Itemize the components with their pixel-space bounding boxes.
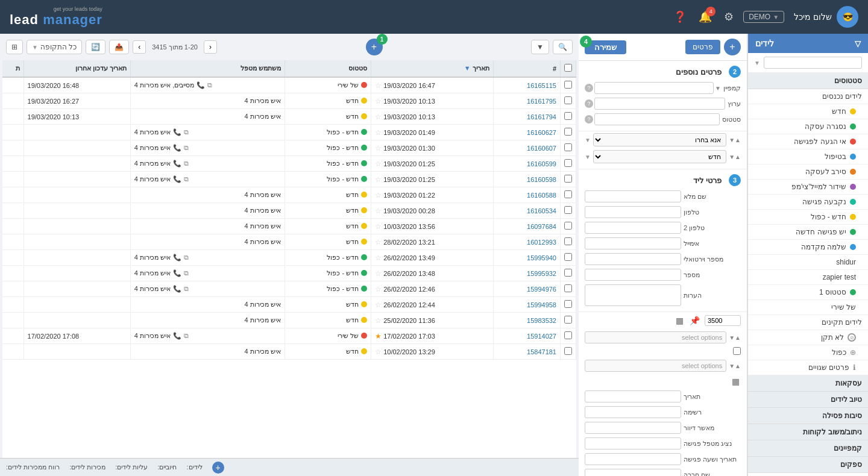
select-options-2[interactable]: select options bbox=[585, 360, 726, 372]
table-row[interactable]: 16160607☆ 19/03/2020 01:30 חדש - כפול ⧉ … bbox=[2, 140, 576, 156]
table-row[interactable]: 15847181☆ 10/02/2020 13:29 חדש איש מכירו… bbox=[2, 344, 576, 360]
leads-search-input[interactable] bbox=[764, 57, 862, 69]
col-status[interactable]: סטטוס bbox=[285, 60, 371, 77]
notes-textarea[interactable] bbox=[585, 284, 681, 306]
star-icon[interactable]: ☆ bbox=[375, 175, 382, 184]
table-row[interactable]: 16012993☆ 28/02/2020 13:21 חדש איש מכירו… bbox=[2, 234, 576, 250]
filter2-select[interactable]: חדש bbox=[593, 150, 726, 163]
col-handler[interactable]: משתמש מטפל bbox=[130, 60, 285, 77]
phone-icon[interactable]: 📞 bbox=[173, 160, 181, 168]
select-all-checkbox[interactable] bbox=[564, 64, 572, 72]
status-info[interactable]: ? bbox=[585, 115, 593, 124]
row-checkbox[interactable] bbox=[564, 175, 572, 183]
row-checkbox[interactable] bbox=[564, 143, 572, 151]
dropdown-btn[interactable]: ▼ bbox=[531, 40, 549, 54]
row-checkbox[interactable] bbox=[564, 206, 572, 214]
add-record-button[interactable]: + 1 bbox=[366, 39, 383, 55]
bottom-add-button[interactable]: + bbox=[212, 462, 224, 474]
star-icon[interactable]: ☆ bbox=[375, 144, 382, 152]
row-checkbox[interactable] bbox=[564, 269, 572, 277]
notifications-icon[interactable]: 🔔 4 bbox=[699, 10, 712, 23]
star-icon[interactable]: ☆ bbox=[375, 301, 382, 309]
star-icon[interactable]: ☆ bbox=[375, 269, 382, 278]
add-lead-button[interactable]: + bbox=[724, 39, 741, 55]
table-row[interactable]: 16161794☆ 19/03/2020 10:13 חדש איש מכירו… bbox=[2, 109, 576, 125]
phone-icon[interactable]: 📞 bbox=[173, 269, 181, 277]
star-icon[interactable]: ☆ bbox=[375, 207, 382, 215]
copy-icon[interactable]: ⧉ bbox=[184, 128, 189, 136]
deals-section[interactable]: עסקאות bbox=[748, 375, 868, 392]
virtual-input[interactable] bbox=[585, 253, 681, 265]
col-last-update[interactable]: תאריך עדכון אחרון bbox=[24, 60, 130, 77]
list-input[interactable] bbox=[585, 406, 681, 418]
row-checkbox[interactable] bbox=[564, 284, 572, 292]
table-row[interactable]: 16160534☆ 19/03/2020 00:28 חדש איש מכירו… bbox=[2, 203, 576, 219]
row-checkbox[interactable] bbox=[564, 112, 572, 120]
phone-icon[interactable]: 📞 bbox=[173, 254, 181, 261]
phone-input[interactable] bbox=[585, 206, 681, 218]
table-row[interactable]: 15994958☆ 26/02/2020 12:44 חדש איש מכירו… bbox=[2, 297, 576, 313]
sidebar-item-closed-deal[interactable]: נסגרה עסקה bbox=[748, 119, 868, 134]
star-icon[interactable]: ☆ bbox=[375, 128, 382, 137]
row-checkbox[interactable] bbox=[564, 253, 572, 261]
sidebar-item-in-treatment[interactable]: בטיפול bbox=[748, 149, 868, 164]
sidebar-item-double[interactable]: ⊕ כפול bbox=[748, 345, 868, 360]
star-icon[interactable]: ☆ bbox=[375, 191, 382, 199]
refresh-button[interactable]: 🔄 bbox=[86, 40, 105, 54]
save-button[interactable]: 4 שמירה bbox=[585, 40, 626, 54]
row-checkbox[interactable] bbox=[564, 128, 572, 136]
copy-icon[interactable]: ⧉ bbox=[207, 81, 212, 89]
row-checkbox[interactable] bbox=[564, 316, 572, 324]
period-filter[interactable]: כל התקופה ▼ bbox=[27, 40, 82, 54]
copy-icon[interactable]: ⧉ bbox=[184, 285, 189, 293]
table-button[interactable]: ▦ bbox=[675, 315, 685, 327]
copy-icon[interactable]: ⧉ bbox=[184, 160, 189, 168]
copy-icon[interactable]: ⧉ bbox=[184, 254, 189, 261]
table-row[interactable]: 15983532☆ 25/02/2020 11:36 חדש איש מכירו… bbox=[2, 313, 576, 328]
phone-icon[interactable]: 📞 bbox=[173, 332, 181, 340]
table-row[interactable]: 15995940☆ 26/02/2020 13:49 חדש - כפול ⧉ … bbox=[2, 250, 576, 266]
table-row[interactable]: 16160588☆ 19/03/2020 01:22 חדש איש מכירו… bbox=[2, 187, 576, 203]
email-input[interactable] bbox=[585, 237, 681, 249]
star-icon[interactable]: ☆ bbox=[375, 238, 382, 246]
table-row[interactable]: 16160599☆ 19/03/2020 01:25 חדש - כפול ⧉ … bbox=[2, 156, 576, 172]
phone-icon[interactable]: 📞 bbox=[197, 81, 205, 89]
row-checkbox[interactable] bbox=[564, 300, 572, 308]
sidebar-item-meeting-set[interactable]: נקבעה פגישה bbox=[748, 195, 868, 210]
demo-selector[interactable]: ▼ DEMO bbox=[743, 11, 784, 23]
sidebar-item-mailchimp[interactable]: שידור למייל'צי'מפ bbox=[748, 180, 868, 195]
fail-reason-section[interactable]: סיבות פסילה bbox=[748, 408, 868, 424]
number-value-input[interactable]: 3500 bbox=[705, 315, 741, 326]
filter-dropdown-arrow[interactable]: ▼ bbox=[754, 60, 760, 66]
row-checkbox[interactable] bbox=[564, 222, 572, 230]
columns-button[interactable]: ⊞ bbox=[6, 40, 23, 54]
number-input[interactable] bbox=[585, 269, 681, 281]
channel-info[interactable]: ? bbox=[585, 99, 593, 108]
details-button[interactable]: פרטים bbox=[685, 40, 720, 54]
star-icon[interactable]: ☆ bbox=[375, 222, 382, 231]
table-row[interactable]: 16160598☆ 19/03/2020 01:25 חדש - כפול ⧉ … bbox=[2, 172, 576, 187]
phone-icon[interactable]: 📞 bbox=[173, 128, 181, 136]
sidebar-item-new-double[interactable]: חדש - כפול bbox=[748, 210, 868, 225]
phone2-input[interactable] bbox=[585, 222, 681, 234]
col-date[interactable]: תאריך ▼ bbox=[371, 60, 494, 77]
campaigns-section[interactable]: קמפיינים bbox=[748, 440, 868, 457]
user-profile[interactable]: 😎 שלום מיכל bbox=[794, 6, 858, 28]
star-icon[interactable]: ☆ bbox=[375, 254, 382, 262]
campaign-info[interactable]: ? bbox=[585, 84, 593, 92]
company-input[interactable] bbox=[585, 469, 681, 476]
row-checkbox[interactable] bbox=[564, 96, 572, 104]
help-icon[interactable]: ❓ bbox=[673, 10, 687, 23]
connect-input[interactable] bbox=[585, 422, 681, 434]
prev-page-button[interactable]: ‹ bbox=[204, 40, 217, 54]
suppliers-section[interactable]: ספקים bbox=[748, 457, 868, 473]
date-input[interactable] bbox=[585, 390, 681, 402]
full-name-input[interactable] bbox=[585, 190, 681, 202]
next-page-button[interactable]: › bbox=[133, 40, 146, 54]
sidebar-item-shared[interactable]: ℹ פרטים שגויים bbox=[748, 360, 868, 375]
select-options-1[interactable]: select options bbox=[585, 331, 726, 343]
sidebar-item-new[interactable]: חדש bbox=[748, 104, 868, 119]
table-row[interactable]: 16161795☆ 19/03/2020 10:13 חדש איש מכירו… bbox=[2, 93, 576, 109]
star-icon[interactable]: ☆ bbox=[375, 97, 382, 105]
star-icon[interactable]: ☆ bbox=[375, 316, 382, 325]
